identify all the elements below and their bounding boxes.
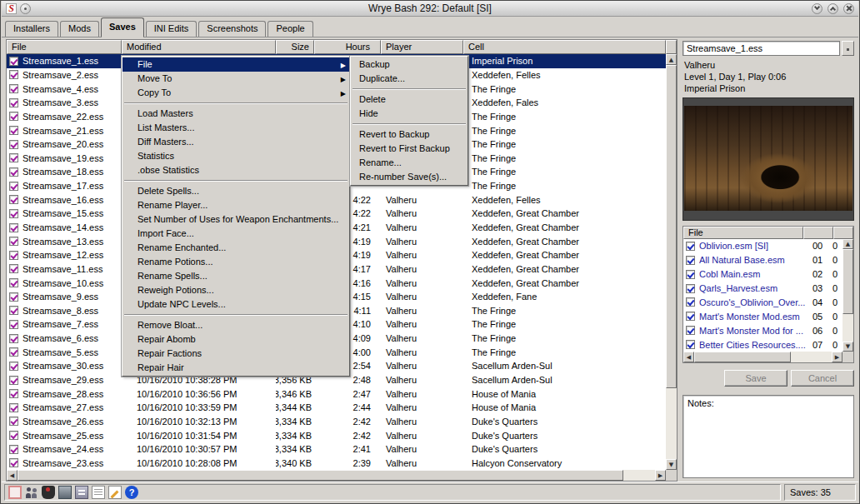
save-checkbox[interactable]	[9, 320, 18, 329]
saves-horizontal-scrollbar[interactable]: ◀ ▶	[7, 470, 666, 481]
screen-icon[interactable]	[58, 486, 72, 499]
menu-item-file[interactable]: File ▶	[122, 57, 349, 72]
menu-item-move-to[interactable]: Move To ▶	[122, 72, 349, 86]
menu-item-update-npc-levels...[interactable]: Update NPC Levels... ▶	[122, 297, 349, 312]
scroll-track[interactable]	[842, 249, 853, 342]
title-bar[interactable]: S Wrye Bash 292: Default [SI]	[2, 1, 858, 17]
save-row-streamsave_25.ess[interactable]: Streamsave_25.ess 10/16/2010 10:31:54 PM…	[7, 428, 666, 442]
save-row-streamsave_26.ess[interactable]: Streamsave_26.ess 10/16/2010 10:32:13 PM…	[7, 415, 666, 429]
scroll-track[interactable]	[666, 65, 677, 459]
save-checkbox[interactable]	[9, 182, 18, 191]
tab-people[interactable]: People	[268, 21, 312, 37]
masters-vertical-scrollbar[interactable]: ▲ ▼	[842, 239, 853, 352]
save-checkbox[interactable]	[9, 403, 18, 412]
master-row-all-natural-base.esm[interactable]: All Natural Base.esm 01 0	[683, 253, 842, 267]
master-checkbox[interactable]	[686, 340, 695, 349]
save-checkbox[interactable]	[9, 278, 18, 287]
submenu-item-re-number-save-s-...[interactable]: Re-number Save(s)... ▶	[351, 170, 468, 184]
edit-icon[interactable]	[108, 486, 122, 499]
save-button[interactable]: Save	[724, 370, 788, 387]
column-header-file[interactable]: File	[7, 40, 122, 54]
column-header-modified[interactable]: Modified	[122, 40, 276, 54]
menu-item-rename-enchanted...[interactable]: Rename Enchanted... ▶	[122, 241, 349, 255]
master-checkbox[interactable]	[686, 242, 695, 251]
minimize-button[interactable]	[812, 3, 822, 14]
save-checkbox[interactable]	[9, 223, 18, 232]
column-header-player[interactable]: Player	[381, 40, 463, 54]
save-checkbox[interactable]	[9, 153, 18, 162]
scroll-left-icon[interactable]: ◀	[7, 470, 18, 481]
menu-item-repair-abomb[interactable]: Repair Abomb ▶	[122, 332, 349, 347]
submenu-item-revert-to-backup[interactable]: Revert to Backup ▶	[351, 127, 468, 142]
master-row-better-cities-resources....[interactable]: Better Cities Resources.... 07 0	[683, 337, 842, 352]
master-row-mart-s-monster-mod-for-...[interactable]: Mart's Monster Mod for ... 06 0	[683, 323, 842, 337]
submenu-item-revert-to-first-backup[interactable]: Revert to First Backup ▶	[351, 142, 468, 156]
save-checkbox[interactable]	[9, 362, 18, 371]
cancel-button[interactable]: Cancel	[791, 370, 854, 387]
master-checkbox[interactable]	[686, 297, 695, 307]
menu-item-import-face...[interactable]: Import Face... ▶	[122, 227, 349, 241]
submenu-item-delete[interactable]: Delete ▶	[351, 92, 468, 107]
tab-saves[interactable]: Saves	[101, 17, 144, 37]
master-checkbox[interactable]	[686, 312, 695, 321]
save-row-streamsave_24.ess[interactable]: Streamsave_24.ess 10/16/2010 10:30:57 PM…	[7, 442, 666, 457]
doc-icon[interactable]	[92, 486, 105, 499]
scroll-down-icon[interactable]: ▼	[666, 459, 677, 470]
save-checkbox[interactable]	[9, 376, 18, 385]
menu-item-rename-player...[interactable]: Rename Player... ▶	[122, 198, 349, 212]
window-menu-button[interactable]	[20, 3, 31, 14]
help-icon[interactable]	[125, 486, 138, 499]
tab-screenshots[interactable]: Screenshots	[198, 21, 266, 37]
controller-icon[interactable]	[42, 486, 55, 499]
column-header-size[interactable]: Size	[276, 40, 314, 54]
master-row-oscuro-s_oblivion_over...[interactable]: Oscuro's_Oblivion_Over... 04 0	[683, 296, 842, 310]
menu-item-repair-factions[interactable]: Repair Factions ▶	[122, 347, 349, 361]
tools-icon[interactable]	[75, 486, 88, 499]
save-checkbox[interactable]	[9, 292, 18, 302]
save-checkbox[interactable]	[9, 334, 18, 343]
save-checkbox[interactable]	[9, 237, 18, 246]
scroll-up-icon[interactable]: ▲	[666, 54, 677, 65]
menu-item-load-masters[interactable]: Load Masters ▶	[122, 107, 349, 121]
scroll-down-icon[interactable]: ▼	[842, 342, 853, 352]
masters-horizontal-scrollbar[interactable]: ◀ ▶	[683, 352, 842, 362]
scroll-up-icon[interactable]: ▲	[842, 239, 853, 249]
master-checkbox[interactable]	[686, 284, 695, 293]
save-checkbox[interactable]	[9, 112, 18, 121]
menu-item-.obse-statistics[interactable]: .obse Statistics ▶	[122, 163, 349, 177]
save-checkbox[interactable]	[9, 57, 18, 66]
scroll-thumb[interactable]	[842, 249, 853, 314]
menu-item-remove-bloat...[interactable]: Remove Bloat... ▶	[122, 318, 349, 332]
save-checkbox[interactable]	[9, 70, 18, 79]
master-row-qarls_harvest.esm[interactable]: Qarls_Harvest.esm 03 0	[683, 282, 842, 296]
tab-mods[interactable]: Mods	[60, 21, 99, 37]
scroll-right-icon[interactable]: ▶	[655, 470, 666, 481]
menu-item-copy-to[interactable]: Copy To ▶	[122, 86, 349, 100]
submenu-item-hide[interactable]: Hide ▶	[351, 107, 468, 121]
column-header-hours[interactable]: Hours	[314, 40, 381, 54]
save-checkbox[interactable]	[9, 98, 18, 107]
scroll-track[interactable]	[694, 352, 832, 362]
save-checkbox[interactable]	[9, 84, 18, 93]
filename-side-button[interactable]	[842, 41, 854, 56]
menu-item-list-masters...[interactable]: List Masters... ▶	[122, 121, 349, 135]
scroll-thumb[interactable]	[18, 470, 623, 481]
save-checkbox[interactable]	[9, 389, 18, 398]
save-checkbox[interactable]	[9, 431, 18, 440]
submenu-item-backup[interactable]: Backup ▶	[351, 57, 468, 72]
save-row-streamsave_27.ess[interactable]: Streamsave_27.ess 10/16/2010 10:33:59 PM…	[7, 401, 666, 415]
menu-item-repair-hair[interactable]: Repair Hair ▶	[122, 361, 349, 375]
master-checkbox[interactable]	[686, 326, 695, 335]
menu-item-rename-potions...[interactable]: Rename Potions... ▶	[122, 255, 349, 269]
submenu-item-duplicate...[interactable]: Duplicate... ▶	[351, 72, 468, 86]
scroll-right-icon[interactable]: ▶	[832, 352, 842, 362]
masters-column-header-index[interactable]	[803, 227, 833, 239]
saves-vertical-scrollbar[interactable]: ▲ ▼	[666, 54, 677, 470]
scroll-left-icon[interactable]: ◀	[683, 352, 694, 362]
master-row-mart-s-monster-mod.esm[interactable]: Mart's Monster Mod.esm 05 0	[683, 309, 842, 323]
menu-item-delete-spells...[interactable]: Delete Spells... ▶	[122, 184, 349, 198]
master-checkbox[interactable]	[686, 256, 695, 265]
menu-item-diff-masters...[interactable]: Diff Masters... ▶	[122, 135, 349, 149]
save-checkbox[interactable]	[9, 195, 18, 204]
save-checkbox[interactable]	[9, 209, 18, 218]
